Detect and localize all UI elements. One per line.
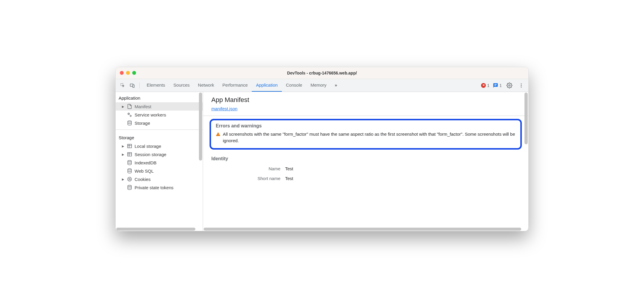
svg-point-23 <box>128 185 131 187</box>
svg-point-4 <box>521 83 522 84</box>
database-icon <box>127 160 133 166</box>
database-icon <box>127 120 133 126</box>
svg-rect-10 <box>128 144 132 148</box>
sidebar-item-private-state-tokens[interactable]: Private state tokens <box>116 183 203 192</box>
svg-point-5 <box>521 85 522 86</box>
sidebar-item-label: Web SQL <box>135 169 154 174</box>
tab-application[interactable]: Application <box>252 79 282 92</box>
expander-icon[interactable]: ▶ <box>122 105 125 108</box>
issues-icon <box>493 83 498 88</box>
divider <box>203 116 528 116</box>
manifest-link[interactable]: manifest.json <box>211 106 237 111</box>
sidebar-item-label: IndexedDB <box>135 160 156 165</box>
svg-point-9 <box>128 121 131 122</box>
titlebar: DevTools - crbug-1476656.web.app/ <box>116 67 528 79</box>
inspect-icon[interactable] <box>119 81 127 90</box>
warning-row: All screenshots with the same "form_fact… <box>216 131 516 144</box>
tab-network[interactable]: Network <box>194 79 218 92</box>
sidebar-item-storage[interactable]: Storage <box>116 119 203 127</box>
panel-body: Application ▶ Manifest Service wor <box>116 92 528 231</box>
tab-console[interactable]: Console <box>282 79 306 92</box>
sidebar-item-indexeddb[interactable]: IndexedDB <box>116 158 203 167</box>
identity-heading: Identity <box>211 156 520 161</box>
svg-point-22 <box>130 179 131 180</box>
issues-count: 1 <box>499 83 502 88</box>
sidebar-item-label: Local storage <box>135 144 161 149</box>
content-scroll[interactable]: App Manifest manifest.json Errors and wa… <box>203 92 528 227</box>
close-button[interactable] <box>120 71 124 75</box>
tab-overflow[interactable]: » <box>331 79 341 92</box>
cookie-icon <box>127 176 133 182</box>
svg-point-20 <box>130 178 130 179</box>
errors-warnings-box: Errors and warnings All screenshots with… <box>210 119 522 150</box>
identity-shortname-row: Short name Test <box>211 176 520 181</box>
svg-point-6 <box>521 86 522 87</box>
svg-rect-2 <box>133 85 134 87</box>
svg-point-16 <box>128 161 131 162</box>
maximize-button[interactable] <box>132 71 136 75</box>
error-icon: ✕ <box>481 83 486 88</box>
device-toggle-icon[interactable] <box>128 81 136 90</box>
svg-point-19 <box>129 179 129 179</box>
sidebar-hscrollbar[interactable] <box>116 227 203 231</box>
short-name-label: Short name <box>211 176 280 181</box>
svg-point-8 <box>130 115 131 116</box>
file-icon <box>127 103 133 109</box>
sidebar-item-label: Session storage <box>135 152 166 157</box>
issues-badge[interactable]: 1 <box>493 83 502 88</box>
content-hscrollbar[interactable] <box>203 227 528 231</box>
identity-section: Identity Name Test Short name Test <box>203 153 528 187</box>
main-toolbar: Elements Sources Network Performance App… <box>116 79 528 92</box>
devtools-window: DevTools - crbug-1476656.web.app/ Elemen… <box>115 67 529 231</box>
tab-elements[interactable]: Elements <box>143 79 169 92</box>
content-vscrollbar[interactable] <box>524 92 528 231</box>
tab-memory[interactable]: Memory <box>306 79 331 92</box>
tab-sources[interactable]: Sources <box>169 79 194 92</box>
toolbar-divider <box>139 82 140 88</box>
warning-icon <box>216 132 220 137</box>
sidebar-item-label: Cookies <box>135 177 151 182</box>
panel-tabs: Elements Sources Network Performance App… <box>143 79 480 92</box>
sidebar-heading-storage: Storage <box>116 133 203 142</box>
name-value: Test <box>285 166 293 171</box>
sidebar-item-session-storage[interactable]: ▶ Session storage <box>116 150 203 158</box>
name-label: Name <box>211 166 280 171</box>
errors-heading: Errors and warnings <box>216 123 516 129</box>
svg-point-17 <box>128 169 131 170</box>
sidebar-item-label: Service workers <box>135 112 166 117</box>
sidebar: Application ▶ Manifest Service wor <box>116 92 203 231</box>
sidebar-item-websql[interactable]: Web SQL <box>116 167 203 175</box>
sidebar-item-label: Private state tokens <box>135 185 174 190</box>
svg-point-3 <box>509 85 510 86</box>
sidebar-item-label: Manifest <box>135 104 151 109</box>
sidebar-item-local-storage[interactable]: ▶ Local storage <box>116 142 203 150</box>
identity-name-row: Name Test <box>211 166 520 171</box>
error-badge[interactable]: ✕ 1 <box>481 83 489 88</box>
short-name-value: Test <box>285 176 293 181</box>
database-icon <box>127 168 133 174</box>
expander-icon[interactable]: ▶ <box>122 145 125 148</box>
table-icon <box>127 151 133 157</box>
minimize-button[interactable] <box>126 71 130 75</box>
more-icon[interactable] <box>517 81 525 90</box>
sidebar-heading-application: Application <box>116 94 203 102</box>
sidebar-scroll[interactable]: Application ▶ Manifest Service wor <box>116 92 203 227</box>
traffic-lights <box>120 71 136 75</box>
toolbar-right: ✕ 1 1 <box>481 81 525 90</box>
table-icon <box>127 143 133 149</box>
window-title: DevTools - crbug-1476656.web.app/ <box>116 71 528 75</box>
gears-icon <box>127 112 133 118</box>
expander-icon[interactable]: ▶ <box>122 153 125 156</box>
settings-icon[interactable] <box>505 81 514 90</box>
database-icon <box>127 184 133 190</box>
sidebar-vscrollbar[interactable] <box>198 92 203 231</box>
error-count: 1 <box>487 83 489 88</box>
sidebar-item-manifest[interactable]: ▶ Manifest <box>116 102 203 111</box>
expander-icon[interactable]: ▶ <box>122 178 125 181</box>
sidebar-item-service-workers[interactable]: Service workers <box>116 111 203 119</box>
page-title: App Manifest <box>211 96 520 104</box>
sidebar-divider <box>116 129 203 130</box>
sidebar-item-cookies[interactable]: ▶ Cookies <box>116 175 203 183</box>
svg-point-18 <box>128 177 132 181</box>
tab-performance[interactable]: Performance <box>218 79 252 92</box>
